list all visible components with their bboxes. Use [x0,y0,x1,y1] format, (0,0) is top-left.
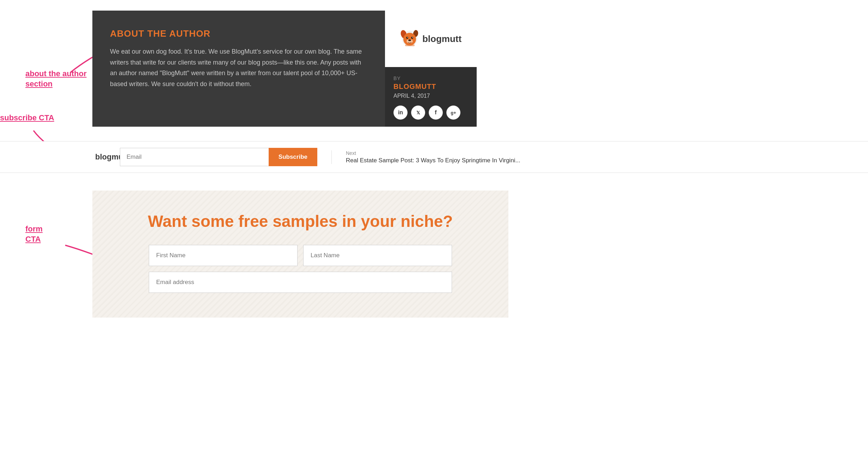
author-section-body: We eat our own dog food. It's true. We u… [110,46,367,89]
form-fields [149,245,452,293]
subscribe-logo: blogmutt [0,150,106,164]
last-name-input[interactable] [303,245,452,266]
annotation-author-label: about the authorsection [25,69,87,89]
author-date: APRIL 4, 2017 [393,93,468,99]
next-post: Next Real Estate Sample Post: 3 Ways To … [331,150,520,164]
svg-rect-13 [405,44,415,46]
next-title: Real Estate Sample Post: 3 Ways To Enjoy… [346,157,520,164]
dog-icon [400,29,420,49]
svg-point-8 [408,39,411,41]
googleplus-icon[interactable]: g+ [446,106,460,120]
page-wrapper: about the authorsection subscribe CTA fo… [0,0,868,458]
annotation-subscribe-label: subscribe CTA [0,113,54,123]
facebook-icon[interactable]: f [429,106,443,120]
linkedin-icon[interactable]: in [393,106,408,120]
next-label: Next [346,150,520,156]
author-section: ABOUT THE AUTHOR We eat our own dog food… [92,11,477,127]
author-logo-text: blogmutt [422,34,461,44]
svg-point-9 [406,37,408,39]
blogmutt-logo: blogmutt [400,29,461,49]
twitter-icon[interactable]: 𝕏 [411,106,425,120]
logo-bold: mutt [442,34,461,44]
form-cta-title: Want some free samples in your niche? [121,212,480,231]
author-content: ABOUT THE AUTHOR We eat our own dog food… [92,11,385,127]
logo-plain: blog [422,34,442,44]
author-section-title: ABOUT THE AUTHOR [110,28,367,39]
author-name: BLOGMUTT [393,83,468,91]
form-email-row [149,272,452,293]
author-sidebar: blogmutt BY BLOGMUTT APRIL 4, 2017 in 𝕏 … [385,11,477,127]
email-input[interactable] [120,148,269,166]
sub-logo-plain: blog [95,152,111,161]
form-name-row [149,245,452,266]
form-cta-section: Want some free samples in your niche? [92,191,508,318]
subscribe-button[interactable]: Subscribe [269,148,317,166]
annotation-form-label: formCTA [25,224,43,244]
subscribe-form: Subscribe [120,148,317,166]
email-address-input[interactable] [149,272,452,293]
svg-point-10 [411,37,413,39]
subscribe-bar: blogmutt Subscribe Next Real Estate Samp… [0,141,868,173]
svg-point-12 [412,37,413,38]
svg-point-11 [407,37,408,38]
author-by-label: BY [393,76,468,81]
social-icons: in 𝕏 f g+ [393,106,468,120]
first-name-input[interactable] [149,245,298,266]
author-meta: BY BLOGMUTT APRIL 4, 2017 in 𝕏 f g+ [385,67,477,127]
author-logo-box: blogmutt [385,11,477,67]
